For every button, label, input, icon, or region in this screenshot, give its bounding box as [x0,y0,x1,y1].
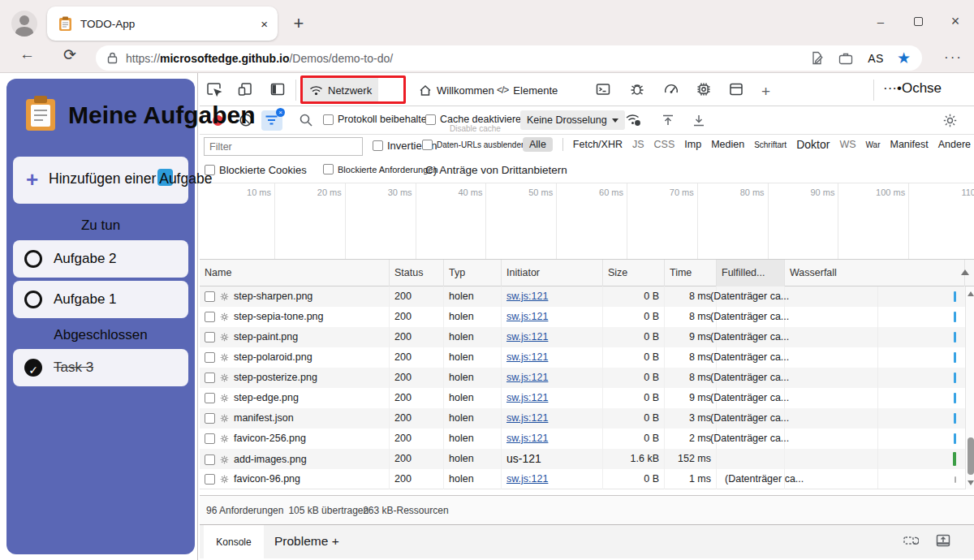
export-har-icon[interactable] [692,113,708,129]
row-checkbox[interactable] [205,332,215,342]
drawer-dock-icon[interactable] [903,533,920,551]
cell-waterfall[interactable] [785,469,965,489]
task-checked-circle[interactable]: ✓ [24,359,42,377]
network-settings-gear-icon[interactable] [942,113,959,129]
row-checkbox[interactable] [205,474,215,485]
done-task-item[interactable]: ✓Task 3 [13,349,188,386]
add-task-button[interactable]: + Hinzufügen einer Aufgabe [13,157,188,204]
filter-chip-medien[interactable]: Medien [711,139,744,150]
window-maximize-button[interactable] [899,0,937,42]
task-unchecked-circle[interactable] [24,291,42,308]
drawer-tab-problems[interactable]: Probleme + [274,534,339,549]
preserve-log-option[interactable]: Protokoll beibehalten [323,114,433,125]
initiator-link[interactable]: sw.js:121 [506,392,548,403]
disable-cache-option[interactable]: Cache deaktivieren [425,114,527,125]
filter-chip-manifest[interactable]: Manifest [890,139,928,150]
cell-waterfall[interactable] [785,368,965,388]
table-row[interactable]: add-images.png200holenus-1211.6 kB152 ms [200,449,974,469]
cell-waterfall[interactable] [785,327,965,347]
window-close-button[interactable]: × [937,0,974,42]
filter-chip-doktor[interactable]: Doktor [796,138,830,151]
tab-elements[interactable]: </> Elemente [490,77,564,103]
blocked-requests-option[interactable]: Blockierte Anforderungen [323,164,438,174]
column-header-typ[interactable]: Typ [444,260,502,286]
filter-toggle-button[interactable]: × [261,110,282,131]
initiator-link[interactable]: sw.js:121 [506,291,548,302]
search-icon[interactable] [299,113,315,129]
table-row[interactable]: step-posterize.png200holensw.js:1210 B8 … [200,368,974,388]
import-har-icon[interactable] [661,113,677,129]
window-minimize-button[interactable]: – [862,0,899,42]
row-checkbox[interactable] [205,454,215,465]
row-checkbox[interactable] [205,312,215,322]
back-button[interactable]: ← [19,45,35,63]
filter-input[interactable] [204,137,363,156]
device-emulation-icon[interactable] [237,81,255,99]
browser-menu-button[interactable]: ··· [944,50,963,66]
row-checkbox[interactable] [205,393,215,403]
debugger-bug-icon[interactable] [629,81,647,99]
initiator-link[interactable]: sw.js:121 [506,412,548,424]
blocked-requests-checkbox[interactable] [323,164,334,174]
initiator-link[interactable]: sw.js:121 [506,433,548,444]
address-bar[interactable]: https://microsoftedge.github.io/Demos/de… [96,45,922,71]
memory-chip-icon[interactable] [696,81,713,99]
hide-data-urls-option[interactable]: Daten-URLs ausblenden [429,140,526,150]
tab-welcome[interactable]: Willkommen [412,77,501,103]
profile-initials-badge[interactable]: AS [868,52,884,65]
table-row[interactable]: step-sharpen.png200holensw.js:1210 B8 ms… [200,286,974,307]
add-panel-button[interactable]: + [761,83,770,101]
blocked-cookies-option[interactable]: Blockierte Cookies [205,164,307,176]
inspect-element-icon[interactable] [206,81,224,99]
invert-checkbox[interactable] [373,140,383,151]
filter-chip-alle[interactable]: Alle [523,137,553,152]
todo-task-item[interactable]: Aufgabe 2 [13,240,188,278]
row-checkbox[interactable] [205,291,215,302]
page-edit-icon[interactable] [810,51,824,65]
filter-chip-schriftart[interactable]: Schriftart [754,140,787,149]
filter-chip-war[interactable]: War [866,140,881,149]
row-checkbox[interactable] [205,352,215,363]
column-header-fulfilled[interactable]: Fulfilled... [717,260,785,286]
favorites-star-icon[interactable]: ★ [897,49,911,67]
filter-chip-js[interactable]: JS [632,139,644,150]
console-panel-icon[interactable] [595,81,613,99]
initiator-link[interactable]: sw.js:121 [506,311,548,322]
filter-chip-imp[interactable]: Imp [684,139,701,150]
performance-gauge-icon[interactable] [663,81,681,99]
initiator-link[interactable]: sw.js:121 [506,372,548,383]
dock-side-icon[interactable] [269,81,287,99]
column-header-waterfall[interactable]: Wasserfall [785,260,965,286]
refresh-button[interactable]: ⟳ [63,45,76,64]
column-header-time[interactable]: Time [665,260,717,286]
work-briefcase-icon[interactable] [838,52,853,65]
column-header-size[interactable]: Size [603,260,665,286]
application-panel-icon[interactable] [728,81,746,99]
row-checkbox[interactable] [205,373,215,383]
cell-waterfall[interactable] [785,347,965,368]
browser-tab[interactable]: TODO-App × [47,6,278,41]
initiator-link[interactable]: sw.js:121 [506,351,548,363]
hide-data-urls-checkbox[interactable] [422,140,433,150]
tab-close-icon[interactable]: × [261,17,268,31]
filter-chip-css[interactable]: CSS [654,139,675,150]
table-row[interactable]: favicon-96.png200holensw.js:1210 B1 ms(D… [200,469,974,489]
filter-chip-fetch-xhr[interactable]: Fetch/XHR [573,139,623,150]
preserve-log-checkbox[interactable] [323,114,334,125]
table-row[interactable]: favicon-256.png200holensw.js:1210 B2 ms(… [200,429,974,449]
cell-waterfall[interactable] [785,429,965,449]
row-checkbox[interactable] [205,413,215,424]
cell-waterfall[interactable] [785,449,965,470]
initiator-link[interactable]: us-121 [506,452,541,465]
initiator-link[interactable]: sw.js:121 [506,473,548,485]
table-row[interactable]: step-edge.png200holensw.js:1210 B9 ms(Da… [200,388,974,408]
scroll-up-icon[interactable] [968,291,974,296]
filter-chip-andere[interactable]: Andere [938,139,971,150]
table-row[interactable]: step-paint.png200holensw.js:1210 B9 ms(D… [200,327,974,347]
todo-task-item[interactable]: Aufgabe 1 [13,281,188,318]
scroll-down-icon[interactable] [968,480,974,485]
drawer-tab-console[interactable]: Konsole [204,525,264,559]
initiator-link[interactable]: sw.js:121 [506,331,548,342]
profile-avatar-icon[interactable] [11,11,37,37]
cell-waterfall[interactable] [785,307,965,327]
